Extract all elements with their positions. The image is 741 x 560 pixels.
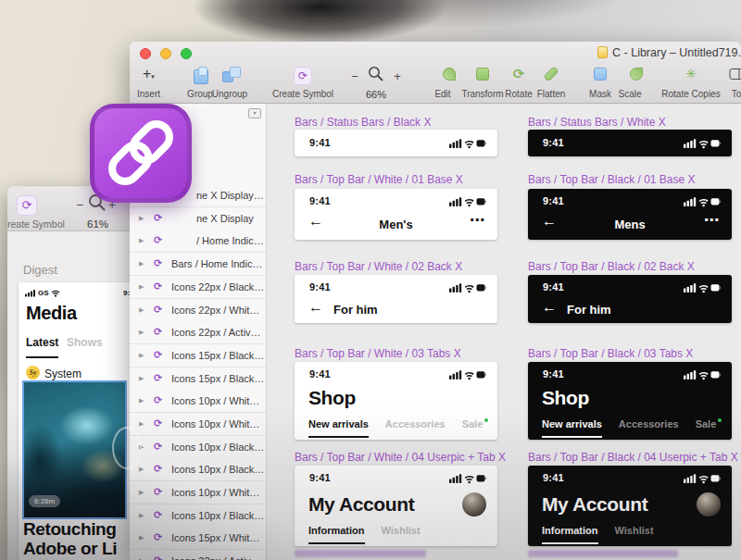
layer-list-item[interactable]: ▶⟳Icons 15px / Black… <box>130 344 266 367</box>
panel-collapse-icon[interactable]: ▾ <box>248 108 261 118</box>
disclosure-triangle-icon[interactable]: ▶ <box>139 489 144 496</box>
group-button[interactable]: Group <box>187 89 213 99</box>
layer-list-item[interactable]: ▶⟳Icons 10px / Whit… <box>130 390 266 413</box>
layer-item-label: Icons 22px / Whit… <box>171 305 259 316</box>
minimize-button[interactable] <box>160 48 171 59</box>
disclosure-triangle-icon[interactable]: ▶ <box>139 512 144 519</box>
artboard-status-bars-white[interactable]: 9:41 <box>528 130 732 156</box>
artboard-title[interactable]: Bars / Top Bar / Black / 04 Userpic + Ta… <box>528 451 732 464</box>
status-icons <box>684 196 721 207</box>
layer-list-item[interactable]: ▶⟳Icons 10px / Black… <box>130 504 266 528</box>
disclosure-triangle-icon[interactable]: ▶ <box>139 397 144 404</box>
artboard-title[interactable]: Bars / Top Bar / Black / 03 Tabs X <box>528 347 732 360</box>
layer-item-label: / Home Indic… <box>196 235 264 246</box>
artboard-topbar-white-userpic[interactable]: 9:41 My Account Information Wishlist <box>295 466 497 546</box>
layer-list-item[interactable]: ▶⟳Icons 15px / Black… <box>130 367 266 391</box>
edit-icon[interactable] <box>443 68 456 81</box>
artboard-title[interactable]: Bars / Status Bars / Black X <box>295 116 497 129</box>
symbol-icon: ⟳ <box>154 349 162 361</box>
symbol-icon: ⟳ <box>154 234 162 246</box>
create-symbol-button[interactable]: Create Symbol <box>272 89 333 99</box>
tab-shows: Shows <box>67 336 103 349</box>
zoom-in-button[interactable]: + <box>394 69 401 83</box>
artboard-topbar-white-base[interactable]: 9:41 ← Men's ⋯ <box>295 189 497 240</box>
tab-new-arrivals: New arrivals <box>308 418 369 438</box>
insert-button[interactable]: Insert <box>137 89 160 99</box>
rotate-icon[interactable]: ⟳ <box>513 66 525 82</box>
layer-list-item[interactable]: ▶⟳Icons 10px / Whit… <box>130 481 266 504</box>
disclosure-triangle-icon[interactable]: ▶ <box>139 329 144 336</box>
artboard-topbar-black-base[interactable]: 9:41 ← Mens ⋯ <box>528 189 732 240</box>
disclosure-triangle-icon[interactable]: ▶ <box>139 420 144 428</box>
status-icons <box>449 282 486 293</box>
layer-list-item[interactable]: ▶⟳Icons 22px / Whit… <box>130 299 266 322</box>
artboard-topbar-white-tabs[interactable]: 9:41 Shop New arrivals Accessories Sale <box>295 362 497 440</box>
transform-button[interactable]: Transform <box>461 89 503 99</box>
front-sketch-window[interactable]: C - Library – Untitled719. +▾ Insert Gro… <box>130 42 741 560</box>
video-thumbnail[interactable]: 6:28m <box>24 382 125 517</box>
artboard-digest-media[interactable]: GS 9: Media Latest Shows Sy System 6:28m… <box>19 282 132 560</box>
disclosure-triangle-icon[interactable]: ▶ <box>139 466 144 473</box>
layer-list-item[interactable]: ▶⟳/ Home Indic… <box>130 230 266 253</box>
ungroup-button[interactable]: Ungroup <box>212 89 247 99</box>
layer-list-item[interactable]: ▶⟳Icons 10px / Black… <box>130 458 266 481</box>
disclosure-triangle-icon[interactable]: ▶ <box>139 375 144 382</box>
artboard-topbar-white-back[interactable]: 9:41 ← For him <box>295 275 497 323</box>
edit-button[interactable]: Edit <box>434 89 450 99</box>
artboard-title[interactable]: Bars / Top Bar / Black / 01 Base X <box>528 173 732 186</box>
flatten-button[interactable]: Flatten <box>537 89 566 99</box>
toggle-button[interactable]: To <box>732 89 741 99</box>
layer-list-item[interactable]: ▶⟳Icons 10px / Black… <box>130 436 266 459</box>
symbol-icon: ⟳ <box>154 531 162 543</box>
mask-button[interactable]: Mask <box>589 89 611 99</box>
artboard-topbar-black-tabs[interactable]: 9:41 Shop New arrivals Accessories Sale <box>528 362 732 440</box>
artboard-title[interactable]: Bars / Top Bar / White / 04 Userpic + Ta… <box>295 451 497 464</box>
zoom-window-button[interactable] <box>181 48 192 59</box>
layer-list-item[interactable]: ▶⟳Icons 15px / Whit… <box>130 527 266 550</box>
disclosure-triangle-icon[interactable]: ▶ <box>139 534 144 541</box>
disclosure-triangle-icon[interactable]: ▶ <box>139 237 144 244</box>
layer-list-item[interactable]: ▶⟳Bars / Home Indic… <box>130 253 266 276</box>
tab-bar: Information Wishlist <box>308 525 421 544</box>
scale-button[interactable]: Scale <box>618 89 641 99</box>
layer-list-item[interactable]: ▶⟳Icons 10px / Whit… <box>130 413 266 436</box>
artboard-title-digest[interactable]: Digest <box>23 263 57 277</box>
artboard-topbar-black-back[interactable]: 9:41 ← For him <box>528 275 732 323</box>
close-button[interactable] <box>140 48 151 59</box>
nav-title: Men's <box>295 218 497 231</box>
artboard-title[interactable]: Bars / Top Bar / White / 03 Tabs X <box>295 347 497 360</box>
rotate-copies-button[interactable]: Rotate Copies <box>661 89 720 99</box>
layer-list-item[interactable]: ▶⟳Icons 22px / Black… <box>130 276 266 299</box>
artboard-title[interactable]: Bars / Top Bar / White / 01 Base X <box>295 173 497 186</box>
disclosure-triangle-icon[interactable]: ▶ <box>139 215 144 222</box>
layer-list-item[interactable]: ▶⟳ne X Display <box>130 207 266 230</box>
artboard-title[interactable]: Bars / Top Bar / Black / 02 Back X <box>528 260 732 273</box>
disclosure-triangle-icon[interactable]: ▶ <box>139 260 144 268</box>
layer-list-item[interactable]: ▶⟳Icons 22px / Activ… <box>130 550 266 560</box>
artboard-status-bars-black[interactable]: 9:41 <box>295 130 497 156</box>
layer-list-item[interactable]: ▶⟳Icons 22px / Activ… <box>130 321 266 344</box>
insert-icon[interactable]: +▾ <box>143 66 155 82</box>
artboard-title[interactable]: Bars / Status Bars / White X <box>528 116 732 129</box>
rotate-copies-icon[interactable]: ✳ <box>685 66 697 82</box>
artboard-topbar-black-userpic[interactable]: 9:41 My Account Information Wishlist <box>528 466 732 546</box>
flatten-icon[interactable] <box>544 67 559 82</box>
duration-badge: 6:28m <box>29 495 60 507</box>
rotate-button[interactable]: Rotate <box>505 89 532 99</box>
disclosure-triangle-icon[interactable]: ▶ <box>139 306 144 314</box>
zoom-out-button[interactable]: − <box>76 197 83 212</box>
disclosure-triangle-icon[interactable]: ▶ <box>139 283 144 291</box>
disclosure-triangle-icon[interactable]: ▶ <box>139 352 144 359</box>
system-badge-icon: Sy <box>26 366 40 380</box>
zoom-out-button[interactable]: − <box>351 69 358 83</box>
create-symbol-icon[interactable]: ⟳ <box>17 195 37 216</box>
scale-icon[interactable] <box>630 68 643 81</box>
mask-icon[interactable] <box>594 68 607 81</box>
wifi-icon <box>699 477 708 484</box>
create-symbol-icon[interactable]: ⟳ <box>294 67 312 85</box>
battery-icon <box>477 475 487 481</box>
transform-icon[interactable] <box>476 68 489 81</box>
status-time: 9:41 <box>543 368 564 380</box>
toggle-panel-icon[interactable] <box>730 68 741 80</box>
artboard-title[interactable]: Bars / Top Bar / White / 02 Back X <box>295 260 497 273</box>
